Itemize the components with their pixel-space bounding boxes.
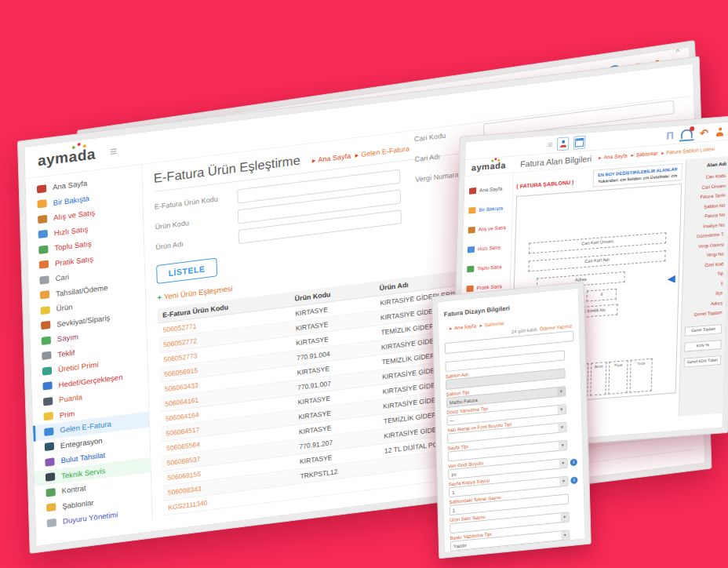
- dropdown-arrow-icon[interactable]: ▾: [561, 512, 569, 522]
- calendar-icon: [575, 137, 584, 147]
- filter-label: Ürün Adı: [155, 233, 238, 251]
- dropdown-arrow-icon[interactable]: ▾: [558, 423, 566, 432]
- resizable-fields-tab[interactable]: EN BOY DEĞİŞTİRİLEBİLİR ALANLAR Yukarıda…: [593, 163, 682, 188]
- total-box[interactable]: Genel Toplam: [685, 324, 723, 337]
- info-icon[interactable]: [572, 530, 579, 538]
- design-form: Şablon Adı Şablon Tipi: [445, 343, 579, 552]
- bookmark-icon[interactable]: Π: [666, 130, 674, 141]
- bell-icon[interactable]: [681, 129, 693, 139]
- info-icon[interactable]: [567, 351, 574, 359]
- account-icon[interactable]: [715, 127, 724, 137]
- arrow-left-icon[interactable]: ◀: [667, 272, 675, 285]
- sidebar-item-label: Toplu Satış: [54, 239, 92, 253]
- sidebar-item-icon: [45, 457, 54, 466]
- sidebar-item-label: Ana Sayfa: [479, 186, 502, 193]
- dropdown-arrow-icon[interactable]: ▾: [561, 530, 569, 540]
- sidebar-item-icon: [38, 245, 48, 253]
- breadcrumb-current[interactable]: Gelen E-Fatura: [361, 144, 410, 158]
- info-icon[interactable]: [567, 369, 574, 377]
- dropdown-arrow-icon[interactable]: [560, 495, 568, 504]
- sidebar-item-icon: [38, 230, 48, 238]
- user-button[interactable]: [557, 137, 570, 151]
- info-icon[interactable]: [571, 494, 578, 502]
- dropdown-arrow-icon[interactable]: ▾: [559, 441, 566, 450]
- sidebar-item-icon: [38, 215, 47, 224]
- sidebar-item-label: Ana Sayfa: [53, 179, 87, 191]
- dropdown-arrow-icon[interactable]: ▾: [559, 459, 567, 468]
- sidebar-item-label: Teklif: [57, 348, 75, 359]
- template-name-heading: ( FATURA ŞABLONU ): [516, 180, 573, 190]
- dropdown-arrow-icon[interactable]: ▾: [558, 405, 566, 414]
- page-title: Fatura Alan Bilgileri: [520, 154, 592, 169]
- vertical-resize-arrow-icon[interactable]: ↕: [575, 551, 578, 553]
- sidebar-item-label: Hızlı Satış: [54, 224, 89, 237]
- menu-icon[interactable]: ≡: [548, 140, 553, 148]
- item-column-box[interactable]: Birim: [590, 362, 606, 395]
- item-column-box[interactable]: Tutar: [629, 359, 652, 393]
- breadcrumb-arrow-icon: ▸: [355, 151, 359, 158]
- chevron-up-icon[interactable]: ^: [675, 47, 679, 56]
- breadcrumb-home[interactable]: Ana Sayfa: [454, 323, 476, 330]
- info-icon[interactable]: i: [570, 458, 577, 466]
- sidebar-item-icon: [46, 503, 56, 512]
- sidebar-item-icon: [42, 351, 51, 360]
- info-icon[interactable]: [570, 441, 577, 449]
- total-box[interactable]: KDV %: [684, 340, 722, 352]
- info-icon[interactable]: i: [570, 476, 577, 484]
- total-box[interactable]: Genel KDV Tutarı: [684, 355, 722, 368]
- sidebar-item-label: Üretici Primi: [58, 360, 99, 373]
- breadcrumb-templates[interactable]: Şablonlar: [636, 151, 658, 158]
- calendar-button[interactable]: [573, 135, 586, 149]
- breadcrumb-current[interactable]: Fatura Şablon Listesi: [666, 146, 715, 155]
- sidebar-item-icon: [45, 442, 54, 451]
- sidebar-item-icon: [47, 519, 56, 527]
- sidebar-item-icon: [44, 427, 53, 435]
- dropdown-arrow-icon[interactable]: ▾: [557, 387, 565, 396]
- sidebar-item-icon: [42, 336, 51, 344]
- sidebar-item-label: Pratik Satış: [55, 254, 93, 268]
- info-icon[interactable]: [569, 423, 576, 431]
- margin-diagram: ↕ ← → ← →: [451, 551, 582, 553]
- listele-button[interactable]: LİSTELE: [156, 258, 217, 284]
- sidebar-item-icon: [43, 397, 53, 406]
- field-il[interactable]: İl: [587, 289, 617, 302]
- dropdown-arrow-icon[interactable]: ▾: [559, 477, 567, 486]
- panel-field-item[interactable]: Genel Toplam: [685, 308, 723, 320]
- info-icon[interactable]: [569, 405, 576, 413]
- aymada-logo: aymada: [471, 160, 507, 172]
- breadcrumb: ▸Ana Sayfa ▸Şablonlar: [447, 321, 504, 331]
- person-icon: [560, 140, 566, 147]
- breadcrumb-home[interactable]: Ana Sayfa: [603, 152, 627, 159]
- breadcrumb-home[interactable]: Ana Sayfa: [318, 152, 351, 164]
- sidebar-item-label: Prim: [60, 409, 75, 419]
- sidebar-item-icon: [42, 366, 52, 375]
- filter-label: E-Fatura Ürün Kodu: [155, 193, 238, 211]
- sidebar-item-icon: [39, 275, 49, 284]
- info-icon[interactable]: [572, 512, 579, 520]
- sidebar-item-icon: [466, 285, 473, 292]
- sidebar-item-icon: [46, 472, 55, 481]
- sidebar-item-label: Bir Bakışta: [53, 194, 89, 207]
- aymada-logo: aymada: [38, 145, 96, 169]
- sidebar-item-label: Şablonlar: [62, 498, 94, 511]
- breadcrumb-current[interactable]: Şablonlar: [485, 321, 505, 327]
- sidebar-item-label: Ürün: [56, 303, 73, 313]
- field-cari-unvani[interactable]: Cari Kart Ünvanı: [529, 232, 666, 253]
- sidebar-item-icon: [468, 226, 475, 233]
- dropdown-arrow-icon[interactable]: [556, 369, 564, 378]
- sidebar-item-icon: [469, 188, 476, 195]
- sidebar-item-icon: [37, 184, 46, 193]
- field-cari-adi[interactable]: Cari Kart Adı: [528, 250, 665, 271]
- panel-items: Cari Kodu Cari Ünvanı Fatura Tarihi Şabl…: [685, 171, 726, 321]
- sidebar-item-label: Puanla: [59, 393, 82, 405]
- menu-icon[interactable]: ≡: [110, 145, 118, 158]
- info-icon[interactable]: [568, 387, 575, 395]
- undo-icon[interactable]: ↶: [700, 127, 708, 138]
- trial-days-left: 24 gün kaldı.: [511, 327, 539, 334]
- sidebar-item-label: Duyuru Yönetimi: [63, 510, 118, 526]
- sidebar-item-label: Cari: [55, 272, 69, 282]
- item-column-box[interactable]: Fiyat: [608, 360, 628, 395]
- sidebar-item-icon: [46, 488, 56, 497]
- filter-label: Ürün Kodu: [155, 213, 238, 231]
- dropdown-arrow-icon[interactable]: [556, 351, 564, 360]
